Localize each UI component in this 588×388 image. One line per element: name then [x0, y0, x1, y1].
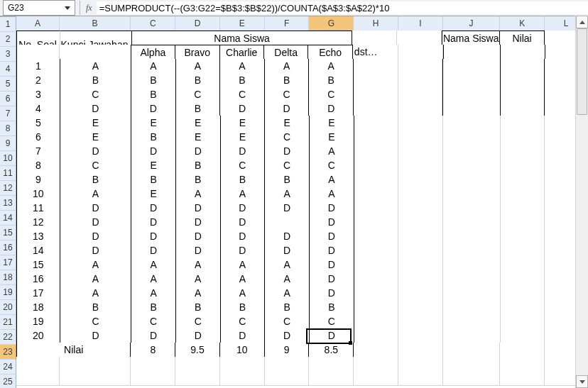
cell-ans-3-4[interactable]: C [309, 87, 354, 102]
cell[interactable] [443, 144, 501, 159]
cell[interactable] [398, 144, 443, 159]
cell-kunci-1[interactable]: A [60, 59, 131, 74]
cell-H24[interactable] [354, 357, 398, 372]
cell-ans-20-2[interactable]: D [221, 328, 266, 343]
cell-ans-9-0[interactable]: B [131, 172, 176, 187]
cell-ans-18-3[interactable]: B [265, 300, 310, 315]
cell-ans-3-0[interactable]: B [131, 87, 176, 102]
cell-kunci-5[interactable]: E [60, 116, 132, 131]
row-head-21[interactable]: 21 [0, 315, 16, 330]
cell[interactable] [398, 172, 443, 187]
cell-J25[interactable] [443, 371, 501, 386]
cell-kunci-19[interactable]: C [60, 314, 132, 329]
row-head-12[interactable]: 12 [0, 181, 16, 196]
cell[interactable] [443, 172, 501, 187]
cell[interactable] [398, 130, 443, 145]
cell-score-1[interactable]: 9.5 [175, 343, 220, 357]
cell-J5[interactable] [442, 87, 501, 102]
fx-button[interactable]: fx [82, 3, 97, 13]
cell[interactable] [501, 300, 545, 315]
cell-no-20[interactable]: 20 [16, 328, 60, 343]
row-head-6[interactable]: 6 [0, 92, 16, 106]
cell-no-7[interactable]: 7 [16, 144, 60, 159]
cell-ans-1-3[interactable]: A [265, 59, 310, 74]
cell-F25[interactable] [265, 371, 310, 386]
cell-ans-8-2[interactable]: C [221, 158, 266, 173]
cell[interactable] [354, 215, 399, 230]
cell-ans-12-0[interactable]: D [131, 215, 176, 230]
cell-ans-8-4[interactable]: C [310, 158, 354, 173]
cell-G24[interactable] [309, 357, 354, 372]
cell-ans-11-1[interactable]: D [176, 201, 221, 216]
cell-ans-7-0[interactable]: D [131, 144, 176, 159]
cell[interactable] [354, 243, 399, 258]
cell-ans-12-4[interactable]: D [310, 215, 354, 230]
cell-K3[interactable] [501, 59, 545, 74]
cell-ans-19-4[interactable]: C [310, 314, 354, 329]
cell-ans-1-2[interactable]: A [220, 59, 265, 74]
col-head-I[interactable]: I [398, 16, 443, 31]
cell-nilai-label[interactable]: Nilai [16, 343, 131, 357]
cell-ans-4-0[interactable]: D [131, 101, 176, 116]
cell-A25[interactable] [16, 371, 60, 386]
col-head-D[interactable]: D [175, 16, 220, 31]
cell[interactable] [398, 343, 443, 357]
header-student-3[interactable]: Delta [264, 45, 308, 60]
cell-ans-9-4[interactable]: A [310, 172, 354, 187]
row-head-23[interactable]: 23 [0, 345, 16, 360]
cell-ans-16-3[interactable]: A [265, 272, 310, 287]
cell-ans-16-4[interactable]: D [310, 272, 354, 287]
cell-ans-9-1[interactable]: B [176, 172, 221, 187]
cell-ans-6-0[interactable]: B [131, 130, 176, 145]
vertical-scrollbar[interactable] [575, 16, 588, 388]
cell-ans-6-1[interactable]: E [176, 130, 221, 145]
row-head-25[interactable]: 25 [0, 375, 16, 388]
cell[interactable] [354, 272, 399, 287]
cell-H25[interactable] [354, 371, 398, 386]
row-head-17[interactable]: 17 [0, 255, 16, 270]
cell-ans-4-3[interactable]: D [265, 101, 310, 116]
cell[interactable] [398, 201, 443, 216]
row-head-19[interactable]: 19 [0, 285, 16, 300]
row-head-15[interactable]: 15 [0, 226, 16, 240]
scroll-down-button[interactable] [576, 375, 588, 388]
cell-ans-11-2[interactable]: D [221, 201, 266, 216]
header-student-4[interactable]: Echo [308, 45, 352, 60]
cell-I24[interactable] [398, 357, 443, 372]
cell-ans-3-3[interactable]: C [265, 87, 310, 102]
cell[interactable] [398, 59, 443, 74]
cell[interactable] [501, 130, 545, 145]
cell[interactable] [443, 257, 501, 272]
row-head-11[interactable]: 11 [0, 166, 16, 181]
cell-ans-14-0[interactable]: D [131, 243, 176, 258]
cell-ans-7-3[interactable]: D [265, 144, 310, 159]
cell-kunci-3[interactable]: C [60, 87, 131, 102]
cell-B2[interactable] [60, 45, 131, 60]
col-head-G[interactable]: G [309, 16, 354, 31]
cell-I1[interactable] [397, 31, 442, 45]
cell[interactable] [501, 116, 545, 131]
row-head-20[interactable]: 20 [0, 300, 16, 315]
cell-ans-18-2[interactable]: B [221, 300, 266, 315]
name-box[interactable]: G23 [3, 0, 75, 16]
cell-ans-10-0[interactable]: E [131, 187, 176, 201]
cell-D24[interactable] [175, 357, 220, 372]
cell-ans-4-1[interactable]: B [176, 101, 221, 116]
cell[interactable] [398, 314, 443, 329]
cell-ans-15-4[interactable]: D [310, 257, 354, 272]
cell[interactable] [354, 314, 399, 329]
cell-kunci-9[interactable]: B [60, 172, 132, 187]
cell[interactable] [501, 286, 545, 301]
cell[interactable] [398, 215, 443, 230]
cell[interactable] [501, 172, 545, 187]
cell-K25[interactable] [500, 371, 545, 386]
cell[interactable] [443, 272, 501, 287]
cell-ans-13-1[interactable]: D [176, 229, 221, 244]
col-head-A[interactable]: A [16, 16, 60, 31]
cell-no-5[interactable]: 5 [16, 116, 60, 131]
cell[interactable] [501, 158, 545, 173]
cell-ans-2-1[interactable]: B [176, 73, 221, 88]
cell[interactable] [443, 229, 501, 244]
cell[interactable] [354, 116, 399, 131]
cell-D25[interactable] [175, 371, 220, 386]
